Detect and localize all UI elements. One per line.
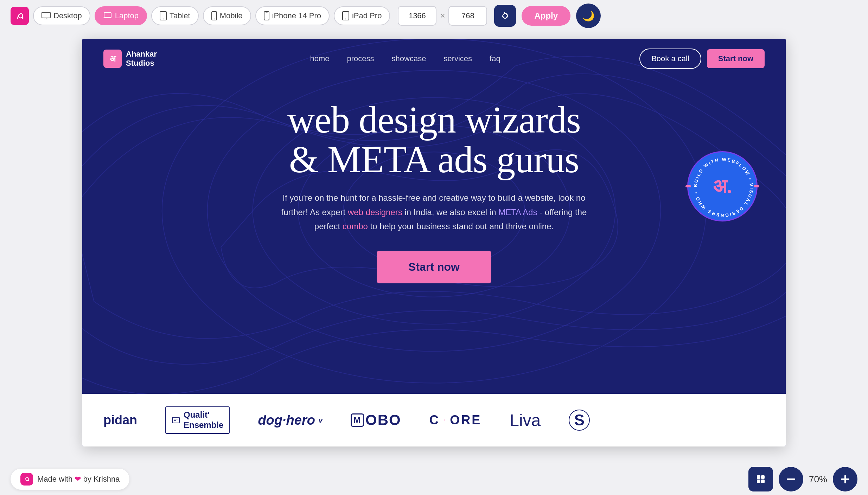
zoom-out-button[interactable]	[779, 467, 803, 491]
grid-button[interactable]	[748, 467, 773, 491]
svg-point-0	[22, 17, 24, 19]
nav-home[interactable]: home	[310, 54, 329, 63]
bottom-right-controls: 70%	[748, 467, 857, 491]
svg-rect-27	[787, 478, 795, 480]
logo-pidan: pidan	[103, 413, 137, 428]
svg-point-10	[345, 19, 346, 19]
preview-frame: .curve { fill: none; stroke: #4040cc; st…	[82, 39, 786, 446]
canvas-area: .curve { fill: none; stroke: #4040cc; st…	[0, 32, 868, 454]
rotate-button[interactable]	[494, 5, 516, 27]
svg-rect-24	[761, 475, 765, 479]
book-call-button[interactable]: Book a call	[639, 49, 701, 69]
svg-point-22	[28, 480, 29, 481]
site-nav: अ Ahankar Studios home process showcase …	[82, 39, 786, 79]
device-mobile[interactable]: Mobile	[203, 6, 251, 25]
logo-doghero: dog·herov	[258, 413, 323, 428]
svg-rect-23	[757, 475, 760, 479]
nav-start-now-button[interactable]: Start now	[707, 49, 765, 68]
dimension-separator: ×	[440, 11, 445, 21]
app-logo[interactable]	[11, 7, 29, 25]
width-input[interactable]: 1366	[398, 6, 436, 26]
device-ipad[interactable]: iPad Pro	[334, 6, 390, 25]
svg-rect-26	[761, 480, 765, 483]
badge-logo	[20, 473, 33, 486]
logo-core: C·ORE	[429, 413, 481, 428]
device-iphone[interactable]: iPhone 14 Pro	[255, 6, 330, 25]
zoom-in-button[interactable]	[833, 467, 857, 491]
brand-logo: अ Ahankar Studios	[103, 50, 157, 68]
brand-icon: अ	[103, 50, 122, 68]
hero-section: web design wizards & META ads gurus If y…	[82, 79, 786, 297]
logo-liva: Liva	[510, 411, 541, 430]
bottom-bar: Made with ❤ by Krishna 70%	[0, 463, 868, 495]
svg-rect-14	[506, 17, 507, 18]
apply-button[interactable]: Apply	[522, 6, 570, 26]
circular-badge: BUILD WITH WEBFLOW • VISUAL DESIGNERS WH…	[687, 151, 758, 221]
svg-rect-2	[104, 13, 111, 17]
logo-qualit: Qualit'Ensemble	[165, 406, 230, 434]
svg-rect-25	[757, 480, 760, 483]
nav-process[interactable]: process	[347, 54, 374, 63]
svg-rect-1	[42, 12, 50, 18]
svg-point-6	[214, 19, 215, 19]
dark-mode-button[interactable]: 🌙	[576, 4, 601, 28]
brand-name: Ahankar Studios	[126, 50, 157, 68]
zoom-level: 70%	[809, 474, 827, 485]
svg-text:BUILD WITH WEBFLOW • VISUAL DE: BUILD WITH WEBFLOW • VISUAL DESIGNERS WH…	[693, 157, 754, 218]
svg-rect-21	[172, 417, 179, 423]
svg-rect-12	[506, 14, 507, 15]
nav-services[interactable]: services	[443, 54, 472, 63]
svg-rect-8	[266, 12, 268, 13]
hero-title: web design wizards & META ads gurus	[110, 100, 758, 180]
svg-point-4	[163, 19, 164, 19]
logos-bar: pidan Qualit'Ensemble dog·herov MOBO C·O…	[82, 394, 786, 446]
hero-cta-button[interactable]: Start now	[377, 251, 491, 283]
nav-links: home process showcase services faq	[185, 54, 625, 63]
svg-rect-11	[503, 14, 504, 15]
logo-s: S	[569, 410, 590, 431]
device-tablet[interactable]: Tablet	[151, 6, 199, 25]
svg-rect-29	[841, 478, 849, 480]
made-with-text: Made with ❤ by Krishna	[37, 475, 120, 484]
svg-rect-7	[264, 12, 269, 20]
height-input[interactable]: 768	[448, 6, 487, 26]
logo-mobo: MOBO	[351, 412, 401, 429]
made-with-badge: Made with ❤ by Krishna	[11, 469, 129, 490]
nav-showcase[interactable]: showcase	[392, 54, 426, 63]
svg-rect-13	[503, 17, 504, 18]
hero-subtitle: If you're on the hunt for a hassle-free …	[276, 191, 592, 234]
device-laptop[interactable]: Laptop	[95, 6, 147, 25]
nav-faq[interactable]: faq	[490, 54, 500, 63]
device-desktop[interactable]: Desktop	[33, 6, 90, 25]
dimension-inputs: 1366 × 768	[398, 6, 487, 26]
nav-actions: Book a call Start now	[639, 49, 765, 69]
topbar: Desktop Laptop Tablet Mobile iPhone 14 P…	[0, 0, 868, 32]
